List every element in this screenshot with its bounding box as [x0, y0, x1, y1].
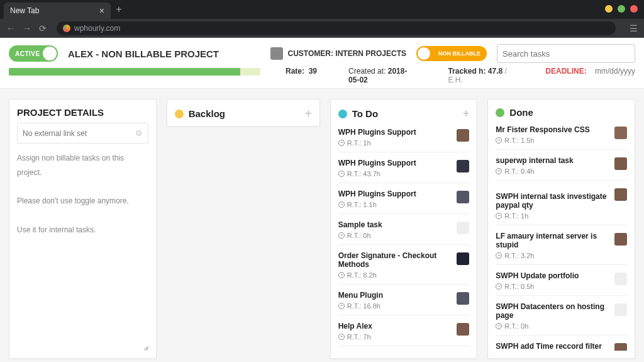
forward-icon[interactable]: → — [23, 23, 31, 33]
task-meta: R.T.: 1h — [338, 139, 452, 147]
task-title: SWPH Datacenters on hosting page — [496, 302, 609, 320]
task-card[interactable]: WPH Plugins SupportR.T.: 43.7h — [338, 152, 470, 183]
task-card[interactable]: Order Signature - Checkout MethodsR.T.: … — [338, 244, 470, 284]
clock-icon — [496, 213, 502, 219]
task-rt: R.T.: 0.5h — [504, 283, 534, 290]
task-card[interactable]: SWPH Datacenters on hosting pageR.T.: 0h — [496, 295, 627, 335]
clock-icon — [338, 171, 345, 177]
external-link-text: No external link set — [23, 129, 87, 138]
deadline-value[interactable]: mm/dd/yyyy — [595, 67, 635, 76]
billable-label: NON BILLABLE — [438, 50, 480, 57]
browser-tab[interactable]: New Tab × — [4, 3, 111, 19]
task-list-todo[interactable]: WPH Plugins SupportR.T.: 1hWPH Plugins S… — [331, 125, 477, 351]
progress-bar — [9, 68, 260, 76]
task-card[interactable]: Help AlexR.T.: 7h — [338, 315, 470, 346]
clock-icon — [338, 272, 345, 278]
task-card[interactable]: WPH Plugins SupportR.T.: 1h — [338, 125, 470, 152]
task-rt: R.T.: 7h — [347, 333, 371, 341]
tracked-value: 47.8 — [488, 67, 502, 76]
task-card[interactable]: SWPH Update portfolioR.T.: 0.5h — [496, 264, 627, 295]
task-avatar — [614, 233, 627, 246]
resize-handle-icon[interactable]: ◢ — [143, 344, 148, 351]
task-avatar — [457, 129, 469, 142]
task-rt: R.T.: 3.2h — [504, 252, 534, 259]
task-avatar — [614, 303, 627, 316]
task-rt: R.T.: 1h — [504, 212, 528, 220]
gear-icon[interactable]: ⚙ — [135, 128, 143, 138]
reload-icon[interactable]: ⟳ — [39, 23, 47, 33]
task-meta: R.T.: 3.2h — [496, 252, 609, 259]
task-avatar — [457, 252, 469, 265]
task-avatar — [614, 127, 627, 139]
task-card[interactable]: SWPH internal task investigate paypal qt… — [496, 180, 627, 225]
task-rt: R.T.: 0h — [504, 322, 528, 330]
task-title: SWPH Update portfolio — [496, 271, 609, 280]
task-meta: R.T.: 1h — [496, 212, 627, 220]
column-bullet-icon — [496, 108, 504, 117]
new-tab-button[interactable]: + — [111, 0, 127, 19]
task-meta: R.T.: 7h — [338, 333, 452, 341]
task-card[interactable]: SWPH add Time reccord filterR.T.: 0.4h — [496, 335, 627, 351]
url-field[interactable]: wphourly.com — [57, 21, 616, 35]
clock-icon — [496, 323, 502, 329]
task-meta: R.T.: 43.7h — [338, 170, 452, 178]
address-bar: ← → ⟳ wphourly.com ☰ — [0, 19, 644, 38]
task-title: Order Signature - Checkout Methods — [338, 251, 452, 269]
billable-toggle[interactable]: NON BILLABLE — [416, 46, 487, 61]
task-title: Sample task — [338, 220, 452, 229]
project-status-toggle[interactable]: ACTIVE — [9, 45, 58, 62]
status-label: ACTIVE — [15, 50, 40, 57]
customer-label: CUSTOMER: INTERN PROJECTS — [288, 49, 406, 58]
task-card[interactable]: Menu PluginR.T.: 16.8h — [338, 284, 470, 315]
back-icon[interactable]: ← — [6, 23, 15, 33]
task-title: WPH Plugins Support — [338, 189, 452, 198]
column-backlog: Backlog + — [167, 99, 320, 127]
task-rt: R.T.: 1.5h — [504, 137, 534, 144]
task-title: Help Alex — [338, 322, 452, 331]
task-meta: R.T.: 0.4h — [496, 167, 609, 175]
task-card[interactable]: LF amaury internat server is stupidR.T.:… — [496, 225, 627, 264]
tab-title: New Tab — [10, 6, 39, 15]
close-window-icon[interactable] — [630, 5, 638, 13]
task-rt: R.T.: 16.8h — [347, 302, 380, 310]
favicon-icon — [63, 25, 70, 32]
column-title: To Do — [352, 108, 378, 119]
column-title: Backlog — [189, 108, 225, 119]
column-bullet-icon — [338, 110, 347, 118]
close-icon[interactable]: × — [99, 6, 104, 16]
task-card[interactable]: Mr Fister Responsive CSSR.T.: 1.5h — [496, 123, 627, 149]
external-link-field[interactable]: No external link set ⚙ — [17, 123, 148, 144]
tracked-label: Tracked h: — [448, 67, 486, 76]
task-avatar — [614, 343, 627, 351]
task-list-done[interactable]: Mr Fister Responsive CSSR.T.: 1.5hsuperw… — [488, 123, 635, 351]
clock-icon — [496, 137, 502, 144]
task-avatar — [457, 222, 469, 234]
progress-fill — [9, 68, 240, 76]
menu-icon[interactable]: ☰ — [630, 23, 638, 33]
task-card[interactable]: superwp internal taskR.T.: 0.4h — [496, 149, 627, 180]
task-rt: R.T.: 1h — [347, 139, 371, 147]
task-card[interactable]: Sample taskR.T.: 0h — [338, 213, 470, 244]
project-meta: Rate: 39 Created at: 2018-05-02 Tracked … — [286, 67, 635, 84]
maximize-icon[interactable] — [618, 5, 625, 13]
task-avatar — [614, 157, 627, 170]
task-card[interactable]: WPH Addon Screenshot Plugin — [338, 346, 470, 351]
kanban-board: PROJECT DETAILS No external link set ⚙ ◢… — [0, 89, 644, 362]
task-meta: R.T.: 8.2h — [338, 271, 452, 279]
project-title: ALEX - NON BILLABLE PROJECT — [68, 48, 219, 59]
task-meta: R.T.: 16.8h — [338, 302, 452, 310]
tab-bar: New Tab × + — [0, 0, 644, 19]
add-task-button[interactable]: + — [305, 107, 312, 120]
project-notes-textarea[interactable] — [17, 151, 148, 351]
clock-icon — [338, 140, 345, 146]
minimize-icon[interactable] — [605, 5, 613, 13]
task-card[interactable]: WPH Plugins SupportR.T.: 1.1h — [338, 183, 470, 213]
task-meta: R.T.: 1.5h — [496, 137, 609, 144]
add-task-button[interactable]: + — [463, 107, 470, 120]
task-avatar — [457, 292, 469, 305]
task-title: Mr Fister Responsive CSS — [496, 125, 609, 134]
deadline-label: DEADLINE: — [545, 67, 586, 76]
task-meta: R.T.: 0h — [496, 322, 609, 330]
search-input[interactable] — [497, 44, 635, 63]
clock-icon — [338, 232, 345, 239]
